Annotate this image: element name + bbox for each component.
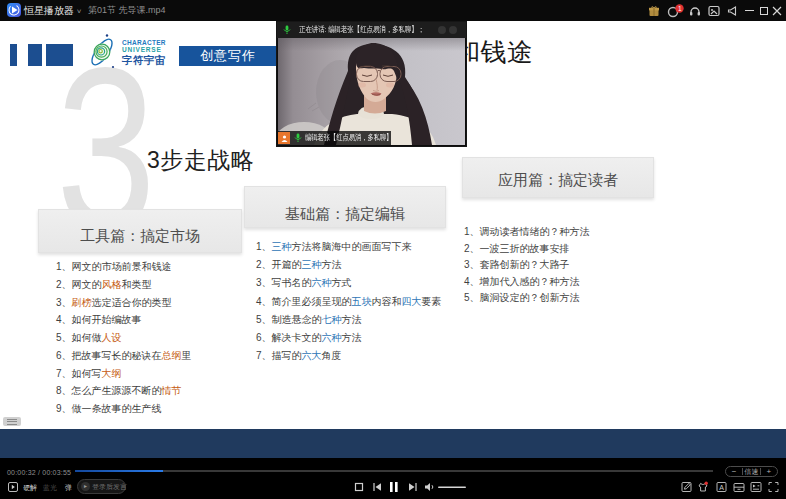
svg-text:CHARACTER: CHARACTER: [122, 39, 166, 46]
svg-text:1: 1: [678, 5, 682, 12]
svg-text:UNIVERSE: UNIVERSE: [122, 46, 162, 53]
svg-text:字符宇宙: 字符宇宙: [121, 54, 166, 66]
svg-text:A: A: [719, 484, 724, 491]
